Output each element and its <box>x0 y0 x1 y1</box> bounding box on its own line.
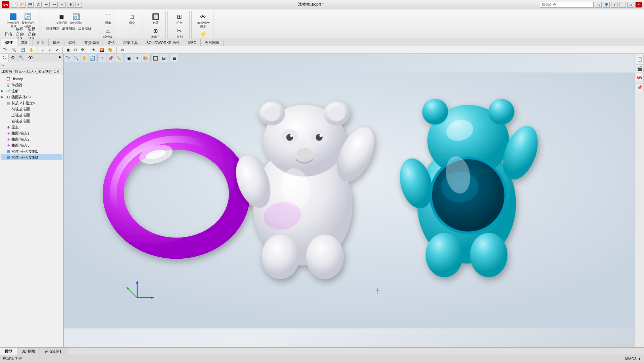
tab-sketch[interactable]: 草图 <box>17 39 33 46</box>
lights-btn[interactable]: ☀ <box>90 47 97 53</box>
fillet-btn[interactable]: ⌒ 圆角 <box>102 11 114 25</box>
rotate-btn[interactable]: 🔄 <box>19 47 27 53</box>
combine-btn[interactable]: ⊞ 组合 <box>174 11 185 25</box>
vp-section-btn[interactable]: ⊟ <box>160 54 167 62</box>
boundary-cut-btn[interactable]: 边界切除 <box>77 25 93 32</box>
section-view-btn[interactable]: ⊟ <box>72 47 79 53</box>
zoom-in-btn[interactable]: ⊕ <box>40 47 46 53</box>
tab-render[interactable]: 渲染工具 <box>119 39 142 46</box>
tree-item-surf1[interactable]: ◈ 曲面-输入1 <box>1 130 62 136</box>
print-button[interactable]: 🖨 <box>35 2 42 8</box>
lp-tab-property[interactable]: ⚙ <box>9 54 17 62</box>
tree-item-surface-bodies[interactable]: ▶ ⊟ 曲面实体(3) <box>1 94 62 100</box>
shell-btn[interactable]: □ 相交 <box>126 11 138 25</box>
vp-snap-btn[interactable]: 📌 <box>107 54 114 62</box>
tree-item-surf3[interactable]: ◈ 曲面-输入3 <box>1 142 62 148</box>
apperance-btn[interactable]: 🎨 <box>106 47 114 53</box>
instant3d-btn[interactable]: ⚡ Instant3D <box>196 29 211 39</box>
tab-direct-edit[interactable]: 直接编辑 <box>80 39 103 46</box>
chamfer-btn[interactable]: ⌓ 线性阵列 <box>102 25 114 39</box>
undo-button[interactable]: ↩ <box>43 2 50 8</box>
lp-tab-display[interactable]: 👁 <box>26 54 35 62</box>
lp-tab-feature[interactable]: 🗂 <box>0 54 9 62</box>
pan-btn[interactable]: ✋ <box>28 47 36 53</box>
zoom-out-btn[interactable]: ⊖ <box>47 47 53 53</box>
close-button[interactable]: ✕ <box>635 2 642 8</box>
vp-pan-btn[interactable]: ✋ <box>81 54 88 62</box>
view-orient-btn[interactable]: 🔭 <box>1 47 9 53</box>
boundary-btn[interactable]: 边界凸台/基体 <box>27 29 38 39</box>
tab-today[interactable]: 今日制造 <box>201 39 224 46</box>
wrap-btn[interactable]: 🔲 包覆 <box>150 11 161 25</box>
revolve-boss-btn[interactable]: 🔄 旋转凸台/基体 <box>21 11 35 29</box>
redo-button[interactable]: ↪ <box>51 2 58 8</box>
tab-plugins[interactable]: SOLIDWORKS 插件 <box>142 39 184 46</box>
tab-mbd[interactable]: MBD <box>184 39 201 46</box>
minimize-button[interactable]: — <box>619 2 626 8</box>
search-input[interactable] <box>540 2 594 8</box>
options-button[interactable]: ≡ <box>75 2 82 8</box>
extrude-cut-btn[interactable]: ◼ 拉伸切除 <box>54 11 68 25</box>
sweep-cut-btn[interactable]: 扫描切除 <box>45 25 60 32</box>
vp-screen-btn[interactable]: 🖥 <box>170 54 178 62</box>
view-settings-btn[interactable]: ⚙ <box>79 47 86 53</box>
open-button[interactable]: 📂 <box>19 2 26 8</box>
tree-item-top-plane[interactable]: ▭ 上视基准面 <box>1 112 62 118</box>
sweep-btn[interactable]: 扫描 <box>3 29 14 39</box>
tab-weldment[interactable]: 焊件 <box>64 39 80 46</box>
feature-tree[interactable]: ⏰ History 📡 传感器 ▶ 📝 注解 ▶ ⊟ 曲面实体(3) <box>0 75 63 347</box>
vp-select-btn[interactable]: ↖ <box>99 54 106 62</box>
viewport[interactable]: 🔭 🔍 ✋ 🔄 ↖ 📌 📏 ▣ ☀ 🎨 🔲 ⊟ 🖥 <box>64 54 644 347</box>
rp-motion-study-icon[interactable]: 🎬 <box>636 64 644 72</box>
select-button[interactable]: ↖ <box>59 2 66 8</box>
tree-item-surf2[interactable]: ◈ 曲面-输入2 <box>1 136 62 142</box>
realview-btn[interactable]: 👁 RealView图形 <box>196 11 211 29</box>
tree-item-move3[interactable]: ⊞ 实体-移动/复制3 <box>1 154 62 160</box>
extrude-boss-btn[interactable]: 🟦 拉伸凸台/基体 <box>6 11 20 29</box>
ref-geo-btn[interactable]: ⊕ 参考几何体 <box>150 25 161 39</box>
vp-lighting-btn[interactable]: ☀ <box>134 54 141 62</box>
tab-evaluate[interactable]: 评估 <box>103 39 119 46</box>
bottom-tab-3dview[interactable]: 3D 视图 <box>17 348 40 355</box>
vp-hide-bodies-btn[interactable]: 🔲 <box>152 54 159 62</box>
loft-cut-btn[interactable]: 放样切除 <box>61 25 77 32</box>
loft-btn[interactable]: 放样凸台/基体 <box>15 29 26 39</box>
tab-surface[interactable]: 曲面 <box>33 39 49 46</box>
search-icon[interactable]: 🔍 <box>595 2 602 8</box>
tab-feature[interactable]: 特征 <box>1 39 17 46</box>
rebuild-button[interactable]: ⚙ <box>67 2 74 8</box>
tree-item-history[interactable]: ⏰ History <box>1 76 62 82</box>
save-button[interactable]: 💾 <box>27 2 34 8</box>
vp-rotate-btn[interactable]: 🔄 <box>89 54 96 62</box>
bottom-tab-motion[interactable]: 运动算例1 <box>40 348 66 355</box>
rp-task-pane-icon[interactable]: 📌 <box>636 83 644 91</box>
tree-item-origin[interactable]: ✚ 原点 <box>1 124 62 130</box>
zoom-btn[interactable]: 🔍 <box>10 47 18 53</box>
maximize-button[interactable]: □ <box>627 2 634 8</box>
3d-view-btn[interactable]: 🖥 <box>119 47 126 53</box>
vp-display-btn[interactable]: ▣ <box>126 54 133 62</box>
scene-btn[interactable]: 🌄 <box>98 47 106 53</box>
tree-item-right-plane[interactable]: ▭ 右视基准面 <box>1 118 62 124</box>
lp-tab-config[interactable]: 🔧 <box>17 54 26 62</box>
vp-measure-btn[interactable]: 📏 <box>115 54 122 62</box>
tab-sheet-metal[interactable]: 钣金 <box>49 39 64 46</box>
rp-solidworks-icon[interactable]: SW <box>636 74 644 82</box>
tree-item-move1[interactable]: ⊞ 实体-移动/复制1 <box>1 148 62 154</box>
vp-appearance-btn[interactable]: 🎨 <box>142 54 149 62</box>
display-style-btn[interactable]: ▣ <box>65 47 71 53</box>
help-button[interactable]: ? <box>611 2 618 8</box>
split-btn[interactable]: ✂ 分割 <box>174 25 185 39</box>
tree-item-material[interactable]: ▦ 材质 <未指定> <box>1 100 62 106</box>
lp-tab-expand[interactable]: ▶ <box>58 54 63 62</box>
fit-all-btn[interactable]: ⤢ <box>54 47 60 53</box>
vp-zoom-btn[interactable]: 🔍 <box>72 54 80 62</box>
bottom-tab-model[interactable]: 模型 <box>0 348 17 355</box>
user-icon[interactable]: 👤 <box>603 2 610 8</box>
new-button[interactable]: 📄 <box>11 2 17 8</box>
filter-icon[interactable]: ▽ <box>1 63 4 67</box>
tree-item-front-plane[interactable]: ▭ 前视基准面 <box>1 106 62 112</box>
tree-item-sensor[interactable]: 📡 传感器 <box>1 82 62 88</box>
revolve-cut-btn[interactable]: 🔃 旋转切除 <box>69 11 83 25</box>
vp-view-orient-btn[interactable]: 🔭 <box>64 54 72 62</box>
